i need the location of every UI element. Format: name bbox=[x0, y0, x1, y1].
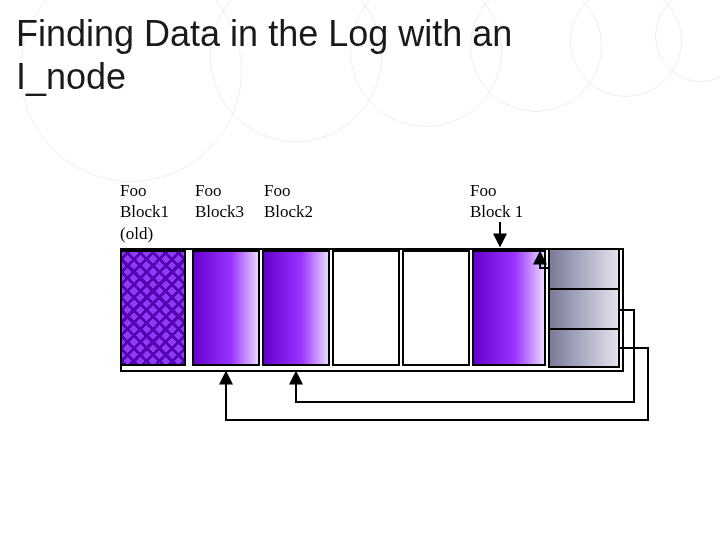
inode bbox=[548, 248, 620, 368]
label-block2: Foo Block2 bbox=[264, 180, 313, 223]
block-foo1-new bbox=[472, 250, 546, 366]
inode-slot-2 bbox=[550, 330, 618, 366]
page-title: Finding Data in the Log with an I_node bbox=[16, 12, 576, 98]
inode-slot-0 bbox=[550, 250, 618, 290]
inode-slot-1 bbox=[550, 290, 618, 330]
label-block1-old: Foo Block1 (old) bbox=[120, 180, 169, 244]
block-foo3 bbox=[192, 250, 260, 366]
block-foo1-old bbox=[120, 250, 186, 366]
label-block1-new: Foo Block 1 bbox=[470, 180, 523, 223]
label-block3: Foo Block3 bbox=[195, 180, 244, 223]
block-empty-a bbox=[332, 250, 400, 366]
block-empty-b bbox=[402, 250, 470, 366]
block-foo2 bbox=[262, 250, 330, 366]
